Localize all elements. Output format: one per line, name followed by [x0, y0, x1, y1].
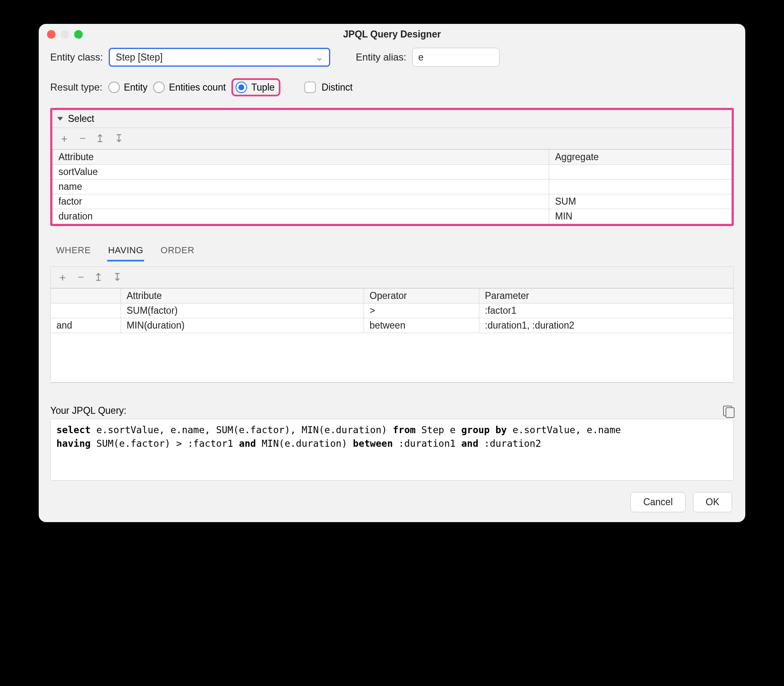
- cond-col-operator: Operator: [364, 289, 479, 303]
- entity-alias-label: Entity alias:: [356, 51, 406, 63]
- move-up-icon[interactable]: ↥: [96, 132, 105, 145]
- radio-tuple-highlight: Tuple: [231, 78, 280, 96]
- select-section-highlight: Select ＋ − ↥ ↧ Attribute Aggregate sortV…: [50, 108, 734, 226]
- add-icon[interactable]: ＋: [59, 131, 70, 146]
- entity-class-label: Entity class:: [50, 51, 103, 63]
- radio-entity-label: Entity: [124, 82, 148, 93]
- table-row[interactable]: SUM(factor) > :factor1: [51, 303, 733, 318]
- distinct-checkbox[interactable]: [304, 82, 316, 93]
- tab-having[interactable]: HAVING: [107, 243, 144, 261]
- table-blank: [51, 333, 733, 383]
- select-col-attribute: Attribute: [53, 150, 549, 165]
- table-row[interactable]: factorSUM: [53, 194, 732, 209]
- entity-alias-input[interactable]: e: [412, 48, 499, 67]
- copy-icon[interactable]: [723, 406, 734, 416]
- cancel-button[interactable]: Cancel: [630, 492, 686, 512]
- tab-where[interactable]: WHERE: [55, 243, 91, 261]
- remove-icon[interactable]: −: [79, 132, 86, 145]
- radio-tuple-label: Tuple: [251, 82, 275, 93]
- table-row[interactable]: and MIN(duration) between :duration1, :d…: [51, 318, 733, 333]
- cond-col-attribute: Attribute: [121, 289, 364, 303]
- select-table: Attribute Aggregate sortValue name facto…: [52, 149, 732, 224]
- select-title: Select: [68, 113, 94, 124]
- query-label: Your JPQL Query:: [50, 405, 126, 416]
- table-row[interactable]: sortValue: [53, 165, 732, 180]
- distinct-label: Distinct: [322, 82, 352, 93]
- table-row[interactable]: name: [53, 180, 732, 194]
- tab-order[interactable]: ORDER: [160, 243, 195, 261]
- condition-toolbar: ＋ − ↥ ↧: [51, 267, 733, 288]
- select-toolbar: ＋ − ↥ ↧: [52, 128, 732, 149]
- move-down-icon[interactable]: ↧: [114, 132, 124, 145]
- window-title: JPQL Query Designer: [39, 29, 745, 40]
- radio-entities-count-label: Entities count: [169, 82, 226, 93]
- result-type-label: Result type:: [50, 82, 103, 93]
- chevron-down-icon: ⌄: [315, 52, 323, 63]
- cond-col-join: [51, 289, 121, 303]
- ok-button[interactable]: OK: [693, 492, 732, 512]
- remove-icon[interactable]: −: [78, 271, 84, 284]
- radio-entities-count[interactable]: [153, 82, 165, 93]
- entity-alias-value: e: [418, 52, 424, 63]
- condition-tabs: WHERE HAVING ORDER: [50, 243, 734, 261]
- radio-tuple[interactable]: [236, 82, 247, 93]
- radio-entity[interactable]: [108, 82, 120, 93]
- condition-table: Attribute Operator Parameter SUM(factor)…: [51, 288, 733, 383]
- select-header[interactable]: Select: [52, 110, 732, 128]
- table-row[interactable]: durationMIN: [53, 209, 732, 224]
- chevron-down-icon: [57, 117, 63, 121]
- entity-class-combo[interactable]: Step [Step] ⌄: [109, 48, 330, 67]
- select-col-aggregate: Aggregate: [549, 150, 732, 165]
- titlebar: JPQL Query Designer: [39, 24, 745, 44]
- query-preview: select e.sortValue, e.name, SUM(e.factor…: [50, 419, 734, 481]
- move-up-icon[interactable]: ↥: [94, 271, 103, 284]
- cond-col-parameter: Parameter: [479, 289, 733, 303]
- add-icon[interactable]: ＋: [57, 270, 68, 285]
- condition-panel: ＋ − ↥ ↧ Attribute Operator Parameter SUM…: [50, 266, 734, 383]
- move-down-icon[interactable]: ↧: [113, 271, 122, 284]
- entity-class-value: Step [Step]: [116, 52, 163, 63]
- dialog-window: JPQL Query Designer Entity class: Step […: [39, 24, 745, 522]
